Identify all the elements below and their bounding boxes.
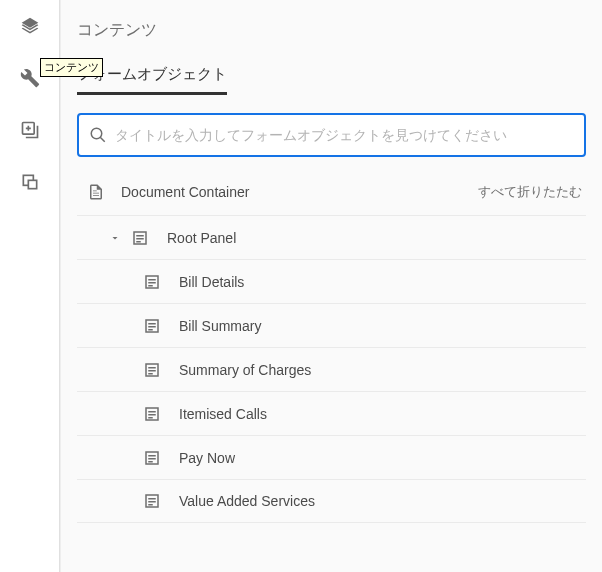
data-icon[interactable] xyxy=(18,170,42,194)
tree-node-label: Bill Summary xyxy=(179,318,261,334)
tree: Root Panel Bill Details Bill Summary Sum… xyxy=(77,215,586,523)
tree-node-root-panel[interactable]: Root Panel xyxy=(77,215,586,259)
collapse-all-link[interactable]: すべて折りたたむ xyxy=(478,183,582,201)
panel-icon xyxy=(143,405,161,423)
chevron-down-icon[interactable] xyxy=(107,232,123,244)
search-input[interactable] xyxy=(115,127,574,143)
wrench-icon[interactable] xyxy=(18,66,42,90)
add-asset-icon[interactable] xyxy=(18,118,42,142)
panel-title: コンテンツ xyxy=(77,20,586,41)
tree-node[interactable]: Value Added Services xyxy=(77,479,586,523)
document-container-row[interactable]: Document Container すべて折りたたむ xyxy=(77,175,586,215)
tree-node[interactable]: Bill Details xyxy=(77,259,586,303)
panel-icon xyxy=(131,229,149,247)
panel-icon xyxy=(143,273,161,291)
svg-line-4 xyxy=(100,137,105,142)
content-panel: コンテンツ フォームオブジェクト Document Container すべて折… xyxy=(60,0,602,572)
rail-tooltip: コンテンツ xyxy=(40,58,103,77)
panel-icon xyxy=(143,361,161,379)
svg-rect-2 xyxy=(28,180,36,188)
svg-point-3 xyxy=(91,128,102,139)
side-rail: コンテンツ xyxy=(0,0,60,572)
tree-node[interactable]: Bill Summary xyxy=(77,303,586,347)
document-container-label: Document Container xyxy=(121,184,478,200)
tree-node[interactable]: Itemised Calls xyxy=(77,391,586,435)
tree-node-label: Pay Now xyxy=(179,450,235,466)
panel-icon xyxy=(143,449,161,467)
tree-node[interactable]: Pay Now xyxy=(77,435,586,479)
panel-icon xyxy=(143,492,161,510)
tree-node-label: Bill Details xyxy=(179,274,244,290)
tree-node-label: Value Added Services xyxy=(179,493,315,509)
search-icon xyxy=(89,126,107,144)
panel-icon xyxy=(143,317,161,335)
document-icon xyxy=(87,183,105,201)
root-panel-label: Root Panel xyxy=(167,230,236,246)
tree-node-label: Summary of Charges xyxy=(179,362,311,378)
layers-icon[interactable] xyxy=(18,14,42,38)
tree-node[interactable]: Summary of Charges xyxy=(77,347,586,391)
search-field[interactable] xyxy=(77,113,586,157)
tree-node-label: Itemised Calls xyxy=(179,406,267,422)
